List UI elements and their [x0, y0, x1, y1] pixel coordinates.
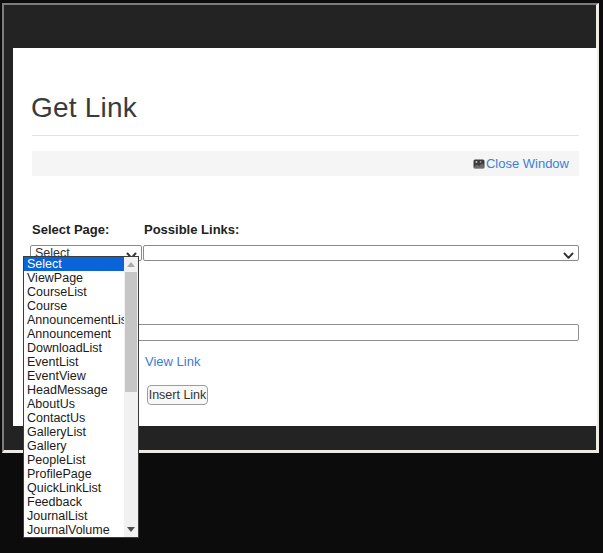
dropdown-option[interactable]: JournalList [24, 509, 124, 523]
close-window-label: Close Window [486, 156, 569, 171]
toolbar: Close Window [32, 151, 579, 176]
dropdown-option[interactable]: AnnouncementList [24, 313, 124, 327]
view-link[interactable]: View Link [145, 354, 200, 369]
select-page-label: Select Page: [32, 222, 109, 237]
scrollbar-thumb[interactable] [125, 272, 137, 392]
dropdown-scrollbar[interactable] [124, 257, 138, 537]
scroll-down-arrow[interactable] [124, 522, 138, 537]
select-page-open-list: SelectViewPageCourseListCourseAnnounceme… [23, 256, 139, 538]
possible-links-label: Possible Links: [144, 222, 239, 237]
dropdown-option[interactable]: DownloadList [24, 341, 124, 355]
dropdown-option[interactable]: ViewPage [24, 271, 124, 285]
close-window-link[interactable]: Close Window [473, 156, 569, 171]
close-window-icon [473, 158, 485, 170]
page-title: Get Link [31, 92, 137, 124]
dropdown-option[interactable]: Select [24, 257, 124, 271]
dropdown-option[interactable]: Feedback [24, 495, 124, 509]
dropdown-option[interactable]: PeopleList [24, 453, 124, 467]
dropdown-option[interactable]: Announcement [24, 327, 124, 341]
title-divider [32, 135, 579, 136]
dropdown-option[interactable]: Gallery [24, 439, 124, 453]
dropdown-option[interactable]: JournalVolume [24, 523, 124, 537]
dropdown-option[interactable]: GalleryList [24, 425, 124, 439]
dropdown-option[interactable]: EventView [24, 369, 124, 383]
dropdown-option-list: SelectViewPageCourseListCourseAnnounceme… [24, 257, 124, 537]
dropdown-option[interactable]: CourseList [24, 285, 124, 299]
insert-link-button[interactable]: Insert Link [147, 385, 208, 405]
dropdown-option[interactable]: ProfilePage [24, 467, 124, 481]
dropdown-option[interactable]: ContactUs [24, 411, 124, 425]
possible-links-dropdown[interactable] [143, 245, 579, 261]
chevron-down-icon [563, 249, 574, 257]
dropdown-option[interactable]: QuickLinkList [24, 481, 124, 495]
scroll-up-arrow[interactable] [124, 257, 138, 272]
dropdown-option[interactable]: EventList [24, 355, 124, 369]
dropdown-option[interactable]: HeadMessage [24, 383, 124, 397]
dropdown-option[interactable]: Course [24, 299, 124, 313]
dropdown-option[interactable]: AboutUs [24, 397, 124, 411]
